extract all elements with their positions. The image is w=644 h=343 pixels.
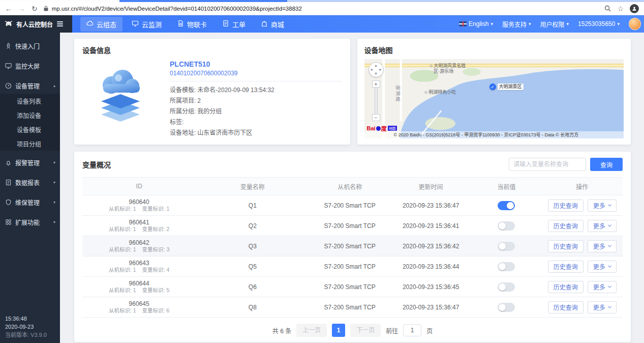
cloud-icon — [86, 20, 94, 28]
permissions-menu[interactable]: 用户权限 ▾ — [540, 20, 569, 28]
slave-name: S7-200 Smart TCP — [309, 243, 390, 250]
map-pan-control[interactable]: ▴ ▾ ◂ ▸ — [369, 62, 384, 77]
more-button[interactable]: 更多 — [588, 220, 617, 232]
address-bar[interactable]: mp.usr.cn/#/cloudV2/device/ViewDeviceDet… — [44, 6, 599, 12]
nav-item-iot-card[interactable]: 物联卡 — [171, 17, 213, 32]
map-canvas[interactable]: ⊙ 大明湖风景名胜区·游乐场 ⊙ 明湖特色小吃 明湖路 ✓ 大明湖景区 — [364, 59, 624, 138]
forward-icon[interactable]: → — [18, 5, 25, 12]
more-button[interactable]: 更多 — [588, 240, 617, 252]
history-query-button[interactable]: 历史查询 — [548, 240, 584, 252]
variable-name: Q1 — [196, 202, 309, 209]
sidebar-collapse-icon[interactable] — [57, 21, 63, 26]
cell-current-value — [471, 303, 541, 312]
sidebar-item-project-group[interactable]: 项目分组 — [0, 136, 60, 151]
chevron-down-icon — [608, 264, 611, 268]
cell-current-value — [471, 282, 541, 292]
zoom-icon[interactable] — [604, 5, 611, 12]
more-button[interactable]: 更多 — [588, 281, 617, 293]
caret-up-icon: ▴ — [53, 83, 55, 88]
nav-item-cloud-config[interactable]: 云组态 — [80, 17, 122, 32]
sidebar-item-quick-start[interactable]: 快速入门 — [0, 38, 60, 54]
nav-item-cloud-monitor[interactable]: 云监测 — [126, 17, 168, 32]
sidebar-item-maintenance[interactable]: 维保管理 ▾ — [0, 194, 60, 210]
account-menu[interactable]: 15253035650 ▾ — [578, 20, 620, 27]
sidebar-item-alarm-management[interactable]: 报警管理 ▾ — [0, 154, 60, 170]
value-toggle[interactable] — [498, 282, 515, 292]
history-query-button[interactable]: 历史查询 — [548, 220, 584, 232]
cell-id: 960640 从机标识: 1 变量标识: 1 — [82, 198, 196, 212]
sidebar-item-device-list[interactable]: 设备列表 — [0, 94, 60, 108]
language-menu[interactable]: English ▾ — [459, 20, 493, 27]
value-toggle[interactable] — [498, 262, 515, 271]
chevron-down-icon — [608, 284, 611, 288]
app-title: 有人云控制台 — [16, 20, 53, 28]
zoom-track[interactable] — [375, 88, 378, 114]
variable-id: 960642 — [82, 239, 196, 246]
var-id-label: 变量标识: 5 — [142, 287, 170, 294]
var-id-label: 变量标识: 3 — [142, 246, 170, 253]
value-toggle[interactable] — [498, 242, 515, 251]
variable-search-input[interactable] — [509, 158, 586, 171]
prev-page-button[interactable]: 上一页 — [296, 324, 327, 337]
history-query-button[interactable]: 历史查询 — [548, 301, 584, 313]
back-icon[interactable]: ← — [5, 5, 12, 12]
variable-name: Q3 — [196, 243, 309, 250]
device-location-marker[interactable]: ✓ 大明湖景区 — [489, 83, 524, 90]
sidebar-item-extensions[interactable]: 扩展功能 ▾ — [0, 214, 60, 230]
search-button[interactable]: 查询 — [590, 158, 623, 171]
user-avatar[interactable] — [629, 18, 641, 30]
device-info-title: 设备信息 — [82, 45, 342, 55]
history-query-button[interactable]: 历史查询 — [548, 261, 584, 273]
sidebar-item-add-device[interactable]: 添加设备 — [0, 108, 60, 122]
chevron-down-icon — [608, 305, 611, 308]
nav-item-mall[interactable]: 商城 — [255, 17, 290, 32]
table-row: 960642 从机标识: 1 变量标识: 3 Q3 S7-200 Smart T… — [82, 236, 623, 256]
next-page-button[interactable]: 下一页 — [350, 324, 381, 337]
cell-actions: 历史查询 更多 — [542, 261, 623, 273]
sidebar-item-data-report[interactable]: 数据报表 ▾ — [0, 174, 60, 190]
current-page-button[interactable]: 1 — [332, 324, 345, 337]
history-query-button[interactable]: 历史查询 — [548, 199, 584, 212]
history-query-button[interactable]: 历史查询 — [548, 281, 584, 293]
support-menu[interactable]: 服务支持 ▾ — [502, 20, 531, 28]
value-toggle[interactable] — [498, 303, 515, 312]
more-button[interactable]: 更多 — [588, 261, 617, 273]
sidebar-item-device-template[interactable]: 设备模板 — [0, 122, 60, 136]
browser-chrome: ← → ↻ mp.usr.cn/#/cloudV2/device/ViewDev… — [0, 2, 644, 15]
grid-icon — [5, 219, 12, 225]
zoom-in-button[interactable]: + — [372, 80, 380, 88]
cell-current-value — [471, 262, 541, 271]
slave-name: S7-200 Smart TCP — [309, 222, 390, 230]
var-id-label: 变量标识: 6 — [142, 307, 170, 314]
bookmark-star-icon[interactable]: ☆ — [617, 5, 624, 12]
zoom-out-button[interactable]: − — [372, 114, 380, 121]
sidebar-item-monitor-screen[interactable]: 监控大屏 — [0, 58, 60, 74]
value-toggle[interactable] — [498, 221, 515, 231]
field-address: 设备地址:山东省济南市历下区 — [170, 128, 342, 138]
update-time: 2020-09-23 15:36:47 — [390, 202, 471, 209]
more-button[interactable]: 更多 — [588, 199, 617, 212]
pan-down-icon[interactable]: ▾ — [375, 72, 377, 76]
variable-name: Q2 — [196, 222, 309, 230]
value-toggle[interactable] — [498, 201, 515, 210]
browser-profile-avatar[interactable] — [630, 4, 639, 13]
sidebar-item-device-management[interactable]: 设备管理 ▴ — [0, 77, 60, 94]
nav-item-work-order[interactable]: 工单 — [216, 17, 252, 32]
device-name: PLCNET510 — [170, 60, 342, 68]
pan-left-icon[interactable]: ◂ — [371, 68, 373, 72]
goto-page-input[interactable] — [403, 324, 421, 336]
table-row: 960645 从机标识: 1 变量标识: 6 Q8 S7-200 Smart T… — [82, 297, 623, 318]
cell-current-value — [471, 242, 541, 251]
map-poi-label: ⊙ 明湖特色小吃 — [424, 90, 456, 95]
pan-right-icon[interactable]: ▸ — [379, 68, 381, 72]
column-header-value: 当前值 — [471, 182, 541, 191]
field-group: 所属分组:我的分组 — [170, 106, 342, 117]
poi-dot-icon: ⊙ — [424, 90, 428, 95]
variable-id: 960645 — [82, 300, 196, 307]
pan-up-icon[interactable]: ▴ — [375, 64, 377, 68]
more-button[interactable]: 更多 — [588, 301, 617, 313]
language-flag-icon — [459, 21, 467, 26]
screen: ← → ↻ mp.usr.cn/#/cloudV2/device/ViewDev… — [0, 0, 644, 343]
slave-name: S7-200 Smart TCP — [309, 202, 390, 209]
reload-icon[interactable]: ↻ — [32, 5, 38, 12]
